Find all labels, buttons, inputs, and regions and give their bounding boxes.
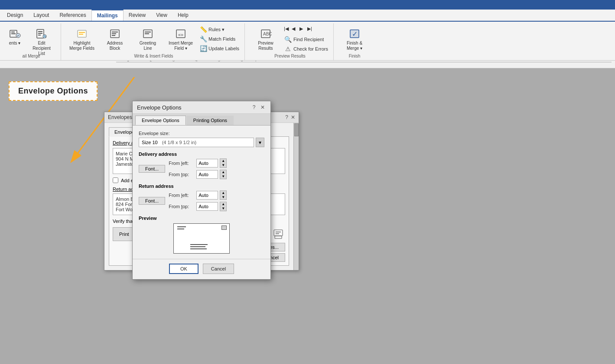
ribbon-group-start-mail-merge: ✔ ents ▾ ✎ Edit Recipient List (2, 23, 61, 60)
prev-button[interactable]: ◀ (291, 25, 298, 32)
recipients-button[interactable]: ✔ ents ▾ (5, 25, 24, 48)
greeting-line-button[interactable]: Greeting Line (132, 25, 163, 53)
preview-envelope (173, 223, 230, 254)
bg-dialog-help-icon[interactable]: ? (285, 114, 288, 120)
envelope-size-section: Envelope size: Size 10 (4 1/8 x 9 1/2 in… (139, 131, 264, 147)
insert-merge-button[interactable]: «» Insert Merge Field ▾ (165, 25, 196, 53)
delivery-top-up[interactable]: ▲ (220, 170, 226, 174)
return-from-left-input[interactable] (196, 191, 218, 200)
tab-mailings[interactable]: Mailings (91, 10, 124, 21)
bg-dialog-scrollbar[interactable] (293, 123, 299, 270)
ribbon-content: ✔ ents ▾ ✎ Edit Recipient List (0, 22, 615, 61)
preview-items: ABC Preview Results |◀ ◀ ▶ ▶| (250, 25, 330, 67)
return-left-up[interactable]: ▲ (220, 191, 226, 195)
finish-group-label: Finish (335, 54, 374, 58)
return-left-spinner: ▲ ▼ (220, 190, 227, 200)
svg-rect-30 (274, 230, 283, 236)
dialog-btn-row: OK Cancel (133, 259, 270, 279)
return-font-button[interactable]: Font... (139, 197, 165, 205)
return-top-spinner: ▲ ▼ (220, 202, 227, 211)
tab-review[interactable]: Review (124, 10, 151, 21)
find-recipient-label: Find Recipient (293, 37, 324, 42)
rules-button[interactable]: 📏 Rules ▾ (198, 25, 241, 34)
tab-printing-options[interactable]: Printing Options (187, 116, 234, 125)
tab-view[interactable]: View (151, 10, 172, 21)
bg-dialog-close-icon[interactable]: ✕ (291, 114, 295, 120)
return-top-up[interactable]: ▲ (220, 202, 226, 206)
main-dialog-body: Envelope size: Size 10 (4 1/8 x 9 1/2 in… (133, 126, 270, 259)
delivery-from-left-input[interactable] (196, 159, 218, 168)
highlight-icon (75, 27, 89, 41)
delivery-from-top-input[interactable] (196, 170, 218, 179)
highlight-merge-button[interactable]: Highlight Merge Fields (66, 25, 98, 53)
tab-references[interactable]: References (54, 10, 91, 21)
check-errors-button[interactable]: ⚠ Check for Errors (283, 45, 330, 53)
match-fields-icon: 🔧 (200, 35, 207, 42)
size-dropdown-button[interactable]: ▼ (256, 138, 264, 147)
tab-envelope-options[interactable]: Envelope Options (135, 116, 186, 125)
edit-list-button[interactable]: ✎ Edit Recipient List (26, 25, 57, 58)
recipients-label: ents ▾ (9, 41, 21, 46)
dialog-close-button[interactable]: ✕ (259, 104, 266, 111)
delivery-left-down[interactable]: ▼ (220, 163, 226, 168)
svg-rect-15 (112, 32, 118, 32)
return-top-down[interactable]: ▼ (220, 206, 226, 211)
svg-rect-7 (38, 33, 42, 34)
size-dimensions: (4 1/8 x 9 1/2 in) (160, 139, 254, 146)
cancel-button[interactable]: Cancel (203, 264, 234, 274)
svg-text:«»: «» (178, 32, 183, 37)
update-labels-icon: 🔄 (200, 45, 207, 52)
svg-rect-31 (276, 232, 281, 232)
dialog-help-button[interactable]: ? (251, 104, 257, 111)
tab-layout[interactable]: Layout (28, 10, 54, 21)
finish-merge-button[interactable]: ✓ Finish & Merge ▾ (339, 25, 370, 53)
bg-dialog-controls: ? ✕ (285, 114, 295, 120)
return-addr-row: Font... From left: ▲ ▼ From top: (139, 190, 264, 211)
return-pos-group: From left: ▲ ▼ From top: ▲ (169, 190, 227, 211)
insert-merge-icon: «» (174, 27, 188, 41)
greeting-label: Greeting Line (135, 41, 161, 51)
envelope-size-label: Envelope size: (139, 131, 264, 136)
tab-help[interactable]: Help (172, 10, 194, 21)
delivery-from-top-label: From top: (169, 172, 195, 177)
mail-merge-group-label: ail Merge (2, 54, 61, 58)
address-block-label: Address Block (102, 41, 128, 51)
return-left-down[interactable]: ▼ (220, 195, 226, 200)
ribbon-tabs: Design Layout References Mailings Review… (0, 10, 615, 22)
ribbon-top (0, 0, 615, 10)
ok-button[interactable]: OK (169, 264, 198, 274)
delivery-top-down[interactable]: ▼ (220, 174, 226, 179)
update-labels-button[interactable]: 🔄 Update Labels (198, 44, 241, 53)
preview-return-addr (177, 226, 186, 230)
main-dialog-title: Envelope Options (137, 104, 182, 111)
find-recipient-icon: 🔍 (285, 36, 292, 43)
tab-design[interactable]: Design (2, 10, 28, 21)
match-fields-button[interactable]: 🔧 Match Fields (198, 35, 241, 43)
envelope-options-dialog: Envelope Options ? ✕ Envelope Options Pr… (132, 101, 271, 280)
svg-text:ABC: ABC (263, 32, 272, 36)
scrollbar-thumb[interactable] (294, 123, 299, 136)
svg-rect-19 (145, 32, 151, 32)
address-block-button[interactable]: Address Block (99, 25, 130, 53)
delivery-font-button[interactable]: Font... (139, 165, 165, 173)
main-dialog-titlebar: Envelope Options ? ✕ (133, 101, 270, 114)
last-record-button[interactable]: ▶| (306, 25, 313, 32)
preview-results-button[interactable]: ABC Preview Results (250, 25, 281, 53)
delivery-from-left-row: From left: ▲ ▼ (169, 158, 227, 168)
delivery-left-up[interactable]: ▲ (220, 159, 226, 163)
find-recipient-button[interactable]: 🔍 Find Recipient (283, 35, 330, 44)
svg-rect-2 (11, 33, 16, 34)
return-from-top-input[interactable] (196, 202, 218, 211)
add-electronic-checkbox[interactable] (113, 177, 118, 183)
rules-label: Rules ▾ (208, 27, 225, 32)
next-button[interactable]: ▶ (299, 25, 306, 32)
svg-rect-12 (79, 32, 85, 33)
highlight-label: Highlight Merge Fields (69, 41, 95, 51)
svg-rect-13 (79, 34, 83, 35)
svg-rect-1 (11, 32, 15, 32)
size-select[interactable]: Size 10 (4 1/8 x 9 1/2 in) (139, 138, 254, 147)
delivery-pos-group: From left: ▲ ▼ From top: ▲ (169, 158, 227, 179)
prev-record-button[interactable]: |◀ (283, 25, 290, 32)
delivery-line-1 (190, 244, 208, 245)
return-address-section-label: Return address (139, 184, 264, 189)
